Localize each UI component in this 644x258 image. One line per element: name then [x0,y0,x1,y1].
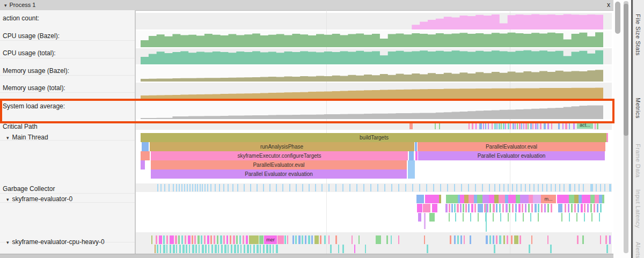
thread-slice[interactable] [166,235,168,244]
thread-slice[interactable] [463,204,464,212]
tab-frame-data[interactable]: Frame Data [635,144,641,178]
thread-slice[interactable] [499,204,501,212]
flame-bar-buildtargets[interactable]: buildTargets [141,133,608,142]
thread-slice[interactable] [320,235,321,244]
thread-slice[interactable] [512,204,514,212]
thread-slice[interactable] [239,235,241,244]
thread-slice[interactable] [188,235,191,244]
thread-slice[interactable] [516,195,520,203]
thread-slice[interactable] [324,235,326,244]
thread-slice[interactable] [511,235,513,244]
thread-slice[interactable] [464,195,469,203]
thread-slice[interactable] [354,245,355,253]
thread-slice[interactable] [181,235,183,244]
thread-slice[interactable] [496,235,497,244]
thread-slice[interactable] [221,245,223,253]
thread-slice[interactable] [493,213,494,222]
thread-slice[interactable] [582,195,590,203]
thread-slice[interactable] [260,245,261,253]
thread-slice[interactable] [591,213,592,222]
thread-slice[interactable] [276,245,278,253]
thread-slice[interactable] [243,235,244,244]
thread-slice[interactable] [342,245,344,253]
tab-input-latency[interactable]: Input Latency [635,189,641,228]
thread-slice[interactable] [266,245,268,253]
thread-slice[interactable] [204,235,206,244]
thread-slice[interactable] [335,235,337,244]
thread-slice[interactable] [457,204,459,212]
thread-slice[interactable] [525,204,526,212]
flame-bar[interactable] [141,160,145,169]
thread-slice[interactable] [574,195,579,203]
thread-slice[interactable] [499,235,501,244]
thread-slice[interactable] [247,245,249,253]
thread-slice[interactable] [451,204,453,212]
thread-slice[interactable] [508,213,509,222]
thread-slice[interactable] [240,245,241,253]
thread-slice[interactable] [529,195,533,203]
thread-slice[interactable] [530,213,531,222]
thread-slice[interactable] [429,213,435,222]
thread-slice[interactable] [486,204,487,232]
thread-slice[interactable] [163,245,165,253]
thread-slice[interactable] [314,235,319,244]
counter-band-1[interactable] [136,31,612,47]
thread-slice[interactable] [215,245,217,253]
thread-slice[interactable] [576,213,577,222]
flame-bar[interactable] [606,133,608,142]
thread-slice[interactable] [277,235,284,244]
thread-slice[interactable] [234,245,236,253]
thread-slice[interactable] [500,213,501,222]
flame-bar-runanalysisphase[interactable]: runAnalysisPhase [150,142,414,151]
thread-slice[interactable] [391,235,392,244]
thread-slice[interactable] [514,235,518,244]
thread-slice[interactable] [202,245,204,253]
flame-bar[interactable] [142,142,149,151]
thread-slice[interactable] [535,204,537,212]
thread-slice[interactable] [470,235,471,244]
page-scrollbar-thumb[interactable] [624,4,628,136]
thread-slice[interactable] [449,213,450,222]
flame-bar-skyframeexecutor-configuretargets[interactable]: skyframeExecutor.configureTargets [151,151,408,160]
thread-slice[interactable] [230,235,231,244]
counter-band-4[interactable] [136,83,612,99]
thread-slice[interactable] [330,245,332,253]
thread-slice[interactable] [352,235,353,244]
thread-slice[interactable] [520,195,529,203]
thread-slice[interactable] [338,245,339,253]
panel-scrollbar-thumb[interactable] [615,2,620,34]
thread-badge[interactable]: m... [541,195,556,203]
thread-slice[interactable] [358,235,360,244]
thread-slice[interactable] [547,235,548,244]
thread-slice[interactable] [199,245,200,253]
thread-slice[interactable] [424,213,426,229]
thread-slice[interactable] [531,204,533,212]
thread-slice[interactable] [160,245,161,253]
thread-slice[interactable] [528,204,530,212]
thread-slice[interactable] [565,204,566,212]
critical-path-badge[interactable]: act... [577,121,593,129]
thread-slice[interactable] [156,235,157,244]
thread-slice[interactable] [464,235,465,244]
thread-slice[interactable] [305,235,306,244]
thread-slice[interactable] [599,213,600,222]
thread-slice[interactable] [269,245,271,253]
thread-slice[interactable] [577,204,579,212]
flame-bar-parallelevaluator-eval[interactable]: ParallelEvaluator.eval [418,142,605,151]
thread-slice[interactable] [446,195,458,203]
thread-slice[interactable] [163,235,165,244]
thread-slice[interactable] [208,245,209,253]
thread-slice[interactable] [469,195,474,203]
thread-slice[interactable] [249,235,259,244]
thread-slice[interactable] [551,204,552,212]
thread-slice[interactable] [502,204,504,212]
thread-slice[interactable] [207,235,209,244]
thread-slice[interactable] [189,245,190,253]
thread-slice[interactable] [427,245,428,253]
thread-badge[interactable]: mer [264,235,277,244]
thread-slice[interactable] [195,245,197,253]
thread-slice[interactable] [295,235,297,244]
thread-slice[interactable] [590,195,595,203]
timeline-canvas[interactable]: act...buildTargetsrunAnalysisPhaseParall… [0,0,613,258]
thread-slice[interactable] [506,204,508,212]
